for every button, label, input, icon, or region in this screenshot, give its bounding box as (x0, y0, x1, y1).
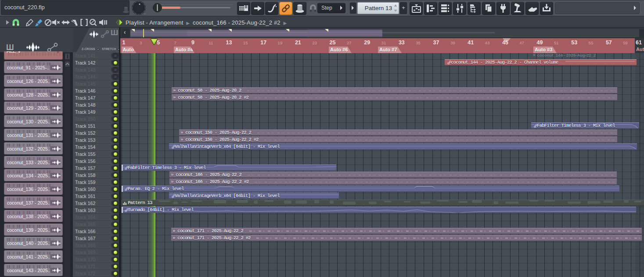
svg-text:w: w (144, 12, 146, 15)
